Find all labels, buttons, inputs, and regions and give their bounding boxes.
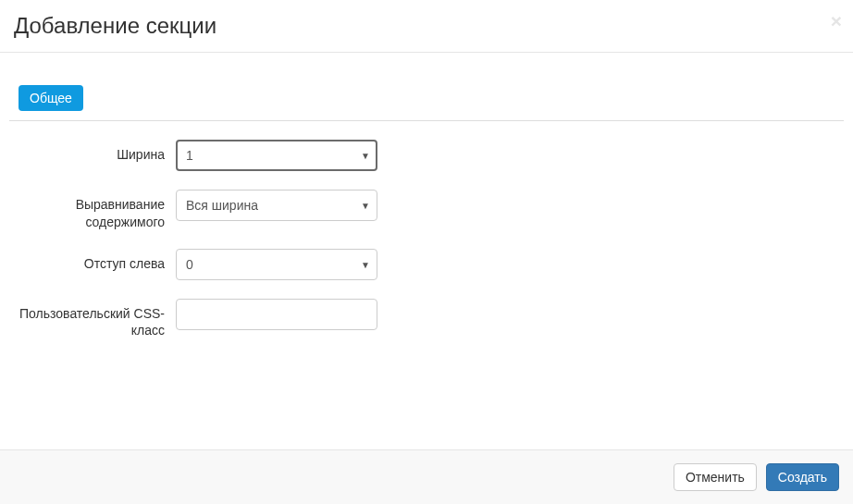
modal-body: Общее Ширина 1 ▼ Выравнивание содержимог…	[0, 53, 853, 371]
select-offset[interactable]: 0	[176, 249, 377, 280]
label-css-class: Пользовательский CSS-класс	[9, 299, 176, 338]
select-align[interactable]: Вся ширина	[176, 190, 377, 221]
modal-footer: Отменить Создать	[0, 449, 853, 504]
cancel-button[interactable]: Отменить	[674, 463, 757, 491]
tab-general[interactable]: Общее	[19, 85, 83, 111]
label-width: Ширина	[9, 140, 176, 163]
label-offset: Отступ слева	[9, 249, 176, 272]
label-align: Выравнивание содержимого	[9, 190, 176, 229]
create-button[interactable]: Создать	[766, 463, 839, 491]
tabs: Общее	[9, 67, 844, 121]
field-width: Ширина 1 ▼	[9, 140, 844, 171]
modal-header: Добавление секции ×	[0, 0, 853, 53]
close-button[interactable]: ×	[831, 11, 842, 31]
modal-title: Добавление секции	[14, 14, 839, 38]
select-width[interactable]: 1	[176, 140, 377, 171]
field-align: Выравнивание содержимого Вся ширина ▼	[9, 190, 844, 229]
field-css-class: Пользовательский CSS-класс	[9, 299, 844, 338]
input-css-class[interactable]	[176, 299, 377, 330]
field-offset: Отступ слева 0 ▼	[9, 249, 844, 280]
